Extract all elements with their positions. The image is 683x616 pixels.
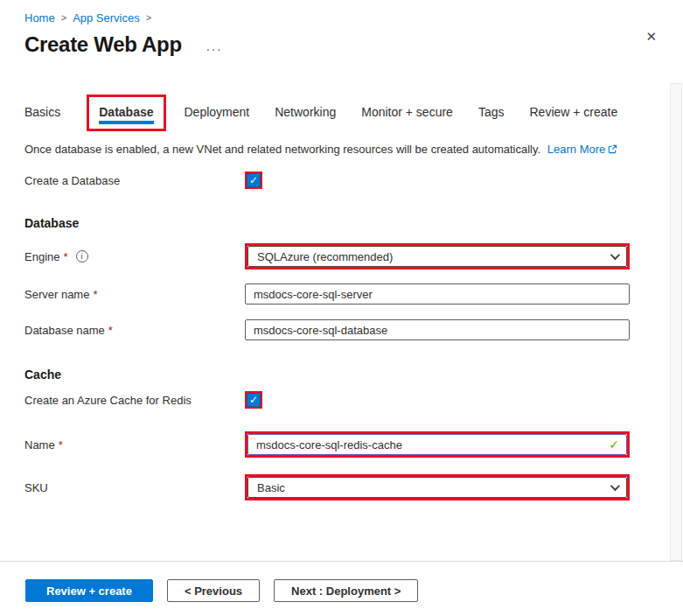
page-title: Create Web App: [24, 32, 182, 57]
server-name-row: Server name*: [24, 284, 654, 304]
breadcrumb-separator-icon: >: [146, 12, 151, 23]
create-database-checkbox[interactable]: ✓: [247, 173, 261, 187]
cache-name-input[interactable]: [247, 434, 627, 455]
close-icon[interactable]: ✕: [645, 30, 657, 43]
tab-deployment[interactable]: Deployment: [185, 97, 250, 129]
vertical-scrollbar[interactable]: [670, 83, 682, 561]
engine-label: Engine* i: [24, 250, 245, 263]
tab-database[interactable]: Database: [99, 97, 153, 129]
engine-dropdown[interactable]: SQLAzure (recommended): [247, 246, 627, 267]
tab-tags[interactable]: Tags: [478, 97, 505, 129]
sku-dropdown[interactable]: Basic: [247, 477, 627, 498]
create-redis-checkbox-highlight: ✓: [245, 391, 262, 409]
create-database-checkbox-highlight: ✓: [245, 172, 262, 189]
database-name-label: Database name*: [24, 324, 245, 337]
chevron-down-icon: [610, 250, 620, 260]
tab-basics[interactable]: Basics: [24, 97, 60, 129]
wizard-footer: Review + create < Previous Next : Deploy…: [0, 561, 683, 616]
previous-button[interactable]: < Previous: [167, 579, 260, 602]
database-tab-highlight-box: Database: [87, 94, 165, 131]
breadcrumb-home[interactable]: Home: [24, 11, 55, 24]
create-web-app-page: Home > App Services > Create Web App ...…: [0, 0, 683, 616]
server-name-input[interactable]: [245, 284, 630, 304]
cache-name-highlight: ✓: [245, 431, 630, 458]
sku-row: SKU Basic: [24, 474, 654, 500]
engine-row: Engine* i SQLAzure (recommended): [24, 243, 654, 270]
database-section-heading: Database: [24, 216, 659, 230]
engine-dropdown-highlight: SQLAzure (recommended): [245, 243, 630, 270]
breadcrumb: Home > App Services >: [0, 0, 683, 24]
create-redis-checkbox[interactable]: ✓: [247, 393, 261, 407]
cache-name-label: Name*: [24, 438, 245, 452]
create-database-row: Create a Database ✓: [24, 172, 654, 189]
learn-more-link[interactable]: Learn More: [547, 143, 605, 156]
tab-networking[interactable]: Networking: [275, 97, 336, 129]
title-row: Create Web App ... ✕: [0, 24, 683, 57]
next-deployment-button[interactable]: Next : Deployment >: [274, 579, 418, 602]
external-link-icon: [608, 144, 617, 157]
required-asterisk: *: [108, 324, 113, 337]
tab-monitor-secure[interactable]: Monitor + secure: [361, 97, 453, 129]
required-asterisk: *: [93, 288, 97, 301]
create-redis-row: Create an Azure Cache for Redis ✓: [24, 391, 654, 409]
cache-name-row: Name* ✓: [24, 431, 654, 458]
info-text: Once database is enabled, a new VNet and…: [24, 143, 540, 156]
breadcrumb-app-services[interactable]: App Services: [73, 11, 140, 24]
required-asterisk: *: [63, 250, 67, 263]
cache-section-heading: Cache: [24, 368, 659, 382]
breadcrumb-separator-icon: >: [61, 12, 66, 23]
create-redis-label: Create an Azure Cache for Redis: [24, 394, 245, 407]
server-name-label: Server name*: [24, 288, 245, 301]
engine-dropdown-value: SQLAzure (recommended): [257, 250, 393, 263]
chevron-down-icon: [610, 481, 620, 491]
info-icon[interactable]: i: [76, 250, 88, 262]
sku-dropdown-highlight: Basic: [245, 474, 630, 500]
tab-review-create[interactable]: Review + create: [529, 97, 617, 129]
review-create-button[interactable]: Review + create: [25, 579, 153, 602]
sku-dropdown-value: Basic: [257, 481, 285, 494]
wizard-tabs: Basics Database Deployment Networking Mo…: [24, 94, 659, 131]
vnet-info-text: Once database is enabled, a new VNet and…: [24, 143, 659, 157]
database-name-input[interactable]: [245, 319, 630, 340]
required-asterisk: *: [59, 438, 63, 452]
create-database-label: Create a Database: [24, 174, 245, 187]
more-options-icon[interactable]: ...: [206, 37, 223, 53]
database-name-row: Database name*: [24, 319, 654, 340]
sku-label: SKU: [24, 481, 245, 494]
